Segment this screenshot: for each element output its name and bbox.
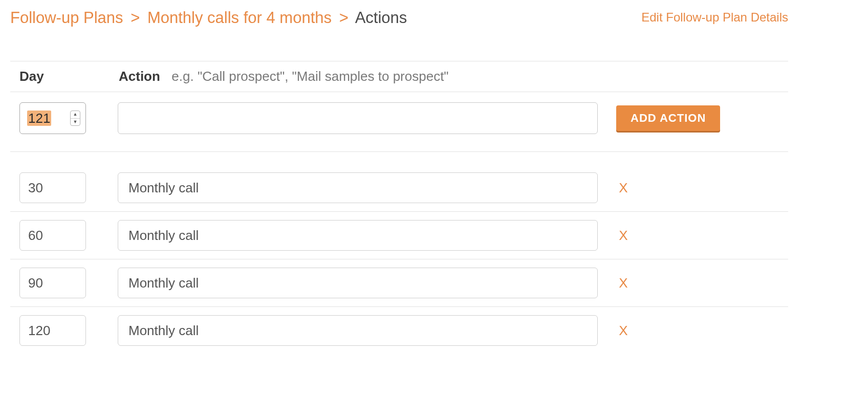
breadcrumb: Follow-up Plans > Monthly calls for 4 mo… (10, 8, 407, 27)
action-input[interactable]: Monthly call (118, 220, 598, 251)
action-input[interactable]: Monthly call (118, 315, 598, 346)
table-row: 60 Monthly call X (10, 212, 788, 259)
delete-button[interactable]: X (616, 180, 631, 196)
chevron-up-icon[interactable]: ▲ (71, 111, 80, 119)
new-action-input-wrap (118, 102, 598, 134)
add-action-row: 121 ▲ ▼ ADD ACTION (10, 92, 788, 152)
action-input[interactable]: Monthly call (118, 268, 598, 298)
action-input[interactable]: Monthly call (118, 172, 598, 203)
table-row: 120 Monthly call X (10, 307, 788, 354)
breadcrumb-separator: > (336, 9, 352, 27)
delete-button[interactable]: X (616, 275, 631, 291)
day-stepper[interactable]: 121 ▲ ▼ (19, 102, 86, 134)
breadcrumb-plan-link[interactable]: Monthly calls for 4 months (147, 9, 332, 27)
spacer (10, 152, 788, 164)
table-row: 30 Monthly call X (10, 164, 788, 212)
table-header: Day Action e.g. "Call prospect", "Mail s… (10, 61, 788, 92)
stepper-control: ▲ ▼ (70, 111, 80, 126)
column-header-action: Action (119, 69, 160, 84)
table-row: 90 Monthly call X (10, 259, 788, 307)
edit-plan-link[interactable]: Edit Follow-up Plan Details (641, 10, 788, 25)
new-action-input[interactable] (118, 102, 598, 134)
delete-button[interactable]: X (616, 228, 631, 244)
day-input[interactable]: 60 (19, 220, 86, 251)
header-row: Follow-up Plans > Monthly calls for 4 mo… (10, 8, 788, 27)
day-input[interactable]: 90 (19, 268, 86, 298)
column-header-day: Day (10, 69, 119, 84)
breadcrumb-separator: > (127, 9, 143, 27)
column-header-action-wrap: Action e.g. "Call prospect", "Mail sampl… (119, 69, 788, 84)
add-button-wrap: ADD ACTION (616, 105, 720, 131)
action-hint: e.g. "Call prospect", "Mail samples to p… (171, 69, 448, 84)
day-stepper-value: 121 (27, 111, 51, 126)
breadcrumb-current: Actions (355, 9, 407, 27)
actions-table: Day Action e.g. "Call prospect", "Mail s… (10, 61, 788, 354)
page: Follow-up Plans > Monthly calls for 4 mo… (0, 0, 868, 396)
chevron-down-icon[interactable]: ▼ (71, 119, 80, 126)
delete-button[interactable]: X (616, 323, 631, 339)
day-input[interactable]: 120 (19, 315, 86, 346)
breadcrumb-root-link[interactable]: Follow-up Plans (10, 9, 123, 27)
add-action-button[interactable]: ADD ACTION (616, 105, 720, 131)
day-input[interactable]: 30 (19, 172, 86, 203)
